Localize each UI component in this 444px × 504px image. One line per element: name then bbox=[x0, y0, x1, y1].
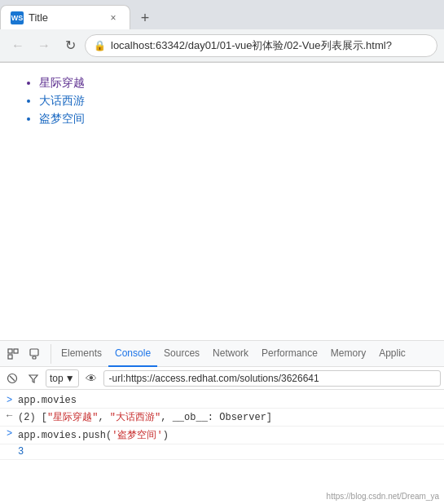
console-prompt bbox=[7, 446, 15, 458]
tab-network[interactable]: Network bbox=[206, 341, 255, 367]
tab-memory[interactable]: Memory bbox=[324, 341, 372, 367]
console-prompt: ← bbox=[7, 410, 15, 422]
console-line: > app.movies bbox=[0, 393, 444, 409]
list-item: 大话西游 bbox=[39, 94, 428, 108]
browser-tab[interactable]: WS Title × bbox=[0, 5, 130, 29]
list-item: 盗梦空间 bbox=[39, 112, 428, 126]
lock-icon: 🔒 bbox=[94, 40, 106, 51]
console-text: (2) ["星际穿越", "大话西游", __ob__: Observer] bbox=[18, 410, 272, 424]
browser-chrome: WS Title × + ← → ↻ 🔒 localhost:63342/day… bbox=[0, 0, 444, 63]
tab-console[interactable]: Console bbox=[108, 341, 157, 367]
console-filter-input[interactable] bbox=[103, 370, 441, 387]
tab-sources[interactable]: Sources bbox=[157, 341, 206, 367]
tab-elements[interactable]: Elements bbox=[55, 341, 108, 367]
context-selector[interactable]: top ▼ bbox=[46, 369, 79, 387]
svg-rect-1 bbox=[14, 349, 18, 353]
clear-console-button[interactable] bbox=[3, 369, 21, 387]
console-text: 3 bbox=[18, 446, 24, 458]
svg-rect-4 bbox=[33, 356, 36, 359]
devtools-tabs: Elements Console Sources Network Perform… bbox=[0, 341, 444, 367]
console-line: ← (2) ["星际穿越", "大话西游", __ob__: Observer] bbox=[0, 409, 444, 427]
devtools-panel: Elements Console Sources Network Perform… bbox=[0, 340, 444, 495]
list-item: 星际穿越 bbox=[39, 76, 428, 91]
movie-list: 星际穿越 大话西游 盗梦空间 bbox=[16, 76, 428, 126]
console-line: > app.movies.push('盗梦空间') bbox=[0, 427, 444, 444]
reload-button[interactable]: ↻ bbox=[59, 34, 81, 57]
devtools-icon-group bbox=[3, 344, 51, 364]
console-prompt: > bbox=[7, 395, 15, 406]
back-button[interactable]: ← bbox=[7, 34, 29, 57]
console-line: 3 bbox=[0, 444, 444, 460]
console-text: app.movies bbox=[18, 395, 77, 406]
eye-icon[interactable]: 👁 bbox=[82, 369, 100, 387]
new-tab-button[interactable]: + bbox=[134, 7, 156, 29]
nav-bar: ← → ↻ 🔒 localhost:63342/day01/01-vue初体验/… bbox=[0, 29, 444, 62]
svg-rect-3 bbox=[30, 349, 38, 356]
inspect-element-icon[interactable] bbox=[3, 344, 23, 364]
address-bar[interactable]: 🔒 localhost:63342/day01/01-vue初体验/02-Vue… bbox=[85, 34, 437, 57]
filter-icon[interactable] bbox=[24, 369, 42, 387]
device-toolbar-icon[interactable] bbox=[24, 344, 44, 364]
context-dropdown-icon: ▼ bbox=[65, 373, 75, 384]
context-label: top bbox=[50, 373, 64, 384]
tab-performance[interactable]: Performance bbox=[255, 341, 324, 367]
svg-rect-2 bbox=[8, 355, 12, 359]
svg-rect-0 bbox=[8, 349, 12, 353]
svg-line-6 bbox=[10, 376, 15, 381]
console-output: > app.movies ← (2) ["星际穿越", "大话西游", __ob… bbox=[0, 390, 444, 495]
tab-bar: WS Title × + bbox=[0, 0, 444, 29]
console-toolbar: top ▼ 👁 bbox=[0, 367, 444, 390]
tab-title: Title bbox=[29, 11, 102, 24]
console-prompt: > bbox=[7, 428, 15, 440]
tab-favicon: WS bbox=[11, 11, 24, 24]
address-text: localhost:63342/day01/01-vue初体验/02-Vue列表… bbox=[111, 38, 392, 53]
forward-button[interactable]: → bbox=[33, 34, 55, 57]
tab-close-button[interactable]: × bbox=[107, 11, 120, 24]
console-text: app.movies.push('盗梦空间') bbox=[18, 428, 169, 442]
tab-application[interactable]: Applic bbox=[372, 341, 412, 367]
page-content: 星际穿越 大话西游 盗梦空间 bbox=[0, 63, 444, 340]
